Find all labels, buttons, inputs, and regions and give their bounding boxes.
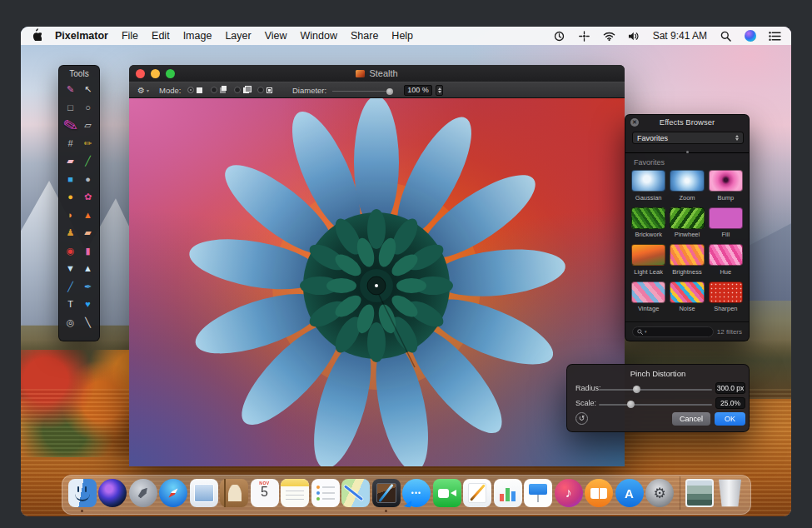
pencil-tool[interactable]: ✏ — [79, 135, 97, 153]
menu-file[interactable]: File — [122, 30, 138, 42]
blur-tool[interactable]: ▼ — [62, 260, 79, 278]
menu-help[interactable]: Help — [391, 30, 413, 42]
accessibility-icon[interactable] — [578, 31, 590, 42]
radius-slider[interactable] — [599, 389, 712, 391]
menu-image[interactable]: Image — [183, 30, 212, 42]
mode-add-option[interactable] — [211, 87, 226, 93]
tool-settings-menu[interactable]: ⚙▾ — [137, 86, 149, 95]
art-brush-tool[interactable]: ✿ — [79, 188, 97, 207]
diameter-value-field[interactable]: 100 % — [404, 85, 432, 96]
scale-slider-knob[interactable] — [627, 401, 635, 408]
menu-edit[interactable]: Edit — [152, 30, 170, 42]
mode-intersect-option[interactable] — [257, 87, 272, 93]
dock-facetime[interactable] — [433, 479, 461, 511]
effect-lightleak[interactable]: Light Leak — [631, 244, 665, 276]
close-button[interactable] — [136, 69, 145, 78]
brush-tool[interactable]: ✎ — [62, 81, 79, 99]
zoom-tool[interactable]: ◎ — [62, 314, 79, 332]
dock-finder[interactable] — [68, 479, 97, 511]
dock-siri[interactable] — [98, 479, 127, 511]
ellipse-shape-tool[interactable]: ● — [62, 188, 79, 207]
effect-noise[interactable]: Noise — [670, 281, 704, 313]
heal-tool[interactable]: ▰ — [79, 224, 97, 242]
dock-system-preferences[interactable] — [645, 479, 674, 511]
dock-itunes[interactable] — [555, 479, 583, 511]
type-tool[interactable]: T — [62, 296, 79, 314]
effect-gaussian[interactable]: Gaussian — [631, 170, 665, 202]
title-bar[interactable]: Stealth — [129, 65, 625, 82]
effect-fill[interactable]: Fill — [709, 207, 743, 239]
effects-search-input[interactable]: ▾ — [632, 326, 714, 337]
notification-center-icon[interactable] — [769, 31, 781, 42]
radius-slider-knob[interactable] — [633, 386, 640, 393]
dock-downloads-stack[interactable] — [685, 479, 714, 511]
dock-dock-divider[interactable] — [676, 476, 684, 513]
time-machine-icon[interactable] — [553, 31, 565, 42]
dock-mail[interactable] — [190, 479, 218, 511]
scale-value-field[interactable]: 25.0% — [715, 397, 745, 409]
effect-pinwheel[interactable]: Pinwheel — [670, 207, 704, 239]
sharpen-tool[interactable]: ▲ — [79, 260, 97, 278]
minimize-button[interactable] — [151, 69, 160, 78]
gradient-tool[interactable]: ● — [79, 171, 97, 189]
scale-slider[interactable] — [599, 404, 712, 406]
dock-maps[interactable] — [341, 479, 370, 511]
effect-bump[interactable]: Bump — [709, 170, 743, 202]
mode-replace-option[interactable] — [187, 87, 202, 93]
diameter-slider[interactable] — [332, 91, 391, 92]
line-tool[interactable]: ╱ — [62, 278, 79, 296]
dock-ibooks[interactable] — [585, 479, 613, 511]
slice-tool[interactable]: ╱ — [79, 152, 97, 171]
dock-reminders[interactable] — [311, 479, 340, 511]
marker-tool[interactable]: ✎ — [62, 117, 79, 135]
diameter-slider-knob[interactable] — [386, 88, 393, 95]
menu-layer[interactable]: Layer — [225, 30, 251, 42]
effect-hue[interactable]: Hue — [709, 244, 743, 276]
spotlight-search-icon[interactable] — [720, 31, 732, 42]
effect-vintage[interactable]: Vintage — [631, 281, 665, 313]
red-eye-tool[interactable]: ◉ — [62, 242, 79, 261]
rect-shape-tool[interactable]: ■ — [62, 171, 79, 189]
volume-icon[interactable] — [628, 31, 640, 42]
dock-pages[interactable] — [463, 479, 491, 511]
ok-button[interactable]: OK — [715, 412, 745, 426]
lasso-tool[interactable]: ▱ — [79, 117, 97, 135]
dock-calendar[interactable]: NOV 5 — [251, 479, 279, 511]
dock-messages[interactable] — [402, 479, 431, 511]
dock-notes[interactable] — [281, 479, 309, 511]
ellipse-marquee-tool[interactable]: ○ — [79, 99, 97, 117]
smudge-tool[interactable]: ◗ — [62, 207, 79, 225]
menu-pixelmator[interactable]: Pixelmator — [55, 30, 108, 42]
menu-share[interactable]: Share — [351, 30, 378, 42]
effect-brightness[interactable]: Brightness — [670, 244, 704, 276]
wifi-icon[interactable] — [603, 31, 615, 42]
dock-contacts[interactable] — [220, 479, 248, 511]
dock-keynote[interactable] — [524, 479, 552, 511]
eyedropper-tool[interactable]: ╲ — [79, 314, 97, 332]
move-tool[interactable]: ↖ — [79, 81, 97, 99]
dock-launchpad[interactable] — [129, 479, 157, 511]
sponge-tool[interactable]: ▮ — [79, 242, 97, 261]
apple-menu[interactable] — [31, 29, 42, 43]
zoom-button[interactable] — [166, 69, 175, 78]
effects-category-dropdown[interactable]: Favorites — [632, 132, 744, 144]
effect-sharpen[interactable]: Sharpen — [709, 281, 743, 313]
menu-window[interactable]: Window — [301, 30, 337, 42]
dock-app-store[interactable] — [615, 479, 644, 511]
menu-view[interactable]: View — [265, 30, 287, 42]
dock-numbers[interactable] — [494, 479, 522, 511]
burn-tool[interactable]: ▲ — [79, 207, 97, 225]
cancel-button[interactable]: Cancel — [672, 412, 710, 426]
rect-marquee-tool[interactable]: □ — [62, 99, 79, 117]
crop-tool[interactable]: # — [62, 135, 79, 153]
radius-value-field[interactable]: 300.0 px — [715, 382, 745, 394]
panel-close-icon[interactable]: ✕ — [630, 118, 639, 127]
siri-icon[interactable] — [745, 30, 756, 42]
mode-subtract-option[interactable] — [234, 87, 249, 93]
effect-zoom[interactable]: Zoom — [670, 170, 704, 202]
effect-brickwork[interactable]: Brickwork — [631, 207, 665, 239]
canvas[interactable] — [129, 98, 625, 466]
clone-stamp-tool[interactable]: ♟ — [62, 224, 79, 242]
dock-trash[interactable] — [716, 479, 745, 511]
eraser-tool[interactable]: ▰ — [62, 152, 79, 171]
